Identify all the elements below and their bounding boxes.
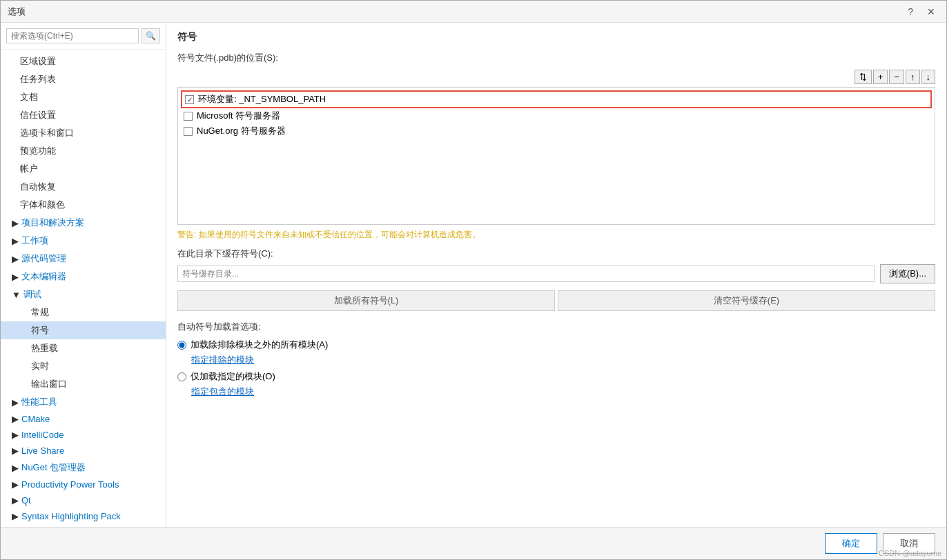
tree-label-tabwindow: 选项卡和窗口 [20,128,74,138]
tree-item-sourcectrl[interactable]: ▶源代码管理 [1,250,166,268]
options-dialog: 选项 ? ✕ 🔍 区域设置任务列表文档信任设置选项卡和窗口预览功能帐户自动恢复字… [0,0,947,560]
tree-area: 区域设置任务列表文档信任设置选项卡和窗口预览功能帐户自动恢复字体和颜色▶项目和解… [1,50,166,527]
tree-item-autorecover[interactable]: 自动恢复 [1,178,166,196]
radio-all[interactable] [177,341,186,350]
tree-item-texteditor[interactable]: ▶文本编辑器 [1,268,166,286]
tree-item-general[interactable]: 常规 [1,303,166,321]
browse-button[interactable]: 浏览(B)... [880,264,935,283]
tree-arrow-qt: ▶ [12,495,19,506]
tree-item-preview[interactable]: 预览功能 [1,142,166,160]
auto-load-title: 自动符号加载首选项: [177,321,935,333]
tree-item-symbol[interactable]: 符号 [1,321,166,339]
symbol-checkbox[interactable] [185,95,194,104]
tree-item-outputwin[interactable]: 输出窗口 [1,375,166,393]
symbol-entry-label: NuGet.org 符号服务器 [197,125,286,137]
tree-item-perftool[interactable]: ▶性能工具 [1,393,166,411]
tree-item-hotreload[interactable]: 热重载 [1,339,166,357]
cache-input[interactable] [177,266,875,282]
symbol-entry-label: Microsoft 符号服务器 [197,110,280,122]
tree-arrow-nuget: ▶ [12,463,19,473]
symbol-checkbox[interactable] [184,112,193,121]
move-up-button[interactable]: ↑ [906,70,920,84]
action-buttons: 加载所有符号(L) 清空符号缓存(E) [177,290,935,311]
symbol-checkbox[interactable] [184,127,193,136]
pdb-label: 符号文件(.pdb)的位置(S): [177,52,935,64]
tree-arrow-liveshare: ▶ [12,446,19,456]
bottom-bar: 确定 取消 [1,527,946,559]
search-button[interactable]: 🔍 [141,28,160,43]
symbol-entry[interactable]: NuGet.org 符号服务器 [181,123,932,139]
tree-label-syntax: Syntax Highlighting Pack [21,511,121,521]
section-title: 符号 [177,31,935,43]
tree-item-docs[interactable]: 文档 [1,88,166,106]
tree-label-productivity: Productivity Power Tools [21,479,119,490]
tree-arrow-work: ▶ [12,236,19,246]
symbol-list: 环境变量: _NT_SYMBOL_PATHMicrosoft 符号服务器NuGe… [177,87,935,225]
tree-item-liveshare[interactable]: ▶Live Share [1,443,166,459]
tree-label-intellicode: IntelliCode [21,430,64,440]
tree-arrow-syntax: ▶ [12,511,19,521]
tree-arrow-cmake: ▶ [12,414,19,424]
add-button[interactable]: + [873,70,888,84]
tree-item-nuget[interactable]: ▶NuGet 包管理器 [1,459,166,477]
tree-item-realtime[interactable]: 实时 [1,357,166,375]
symbol-entry-label: 环境变量: _NT_SYMBOL_PATH [198,93,326,106]
search-wrap: 🔍 [1,23,166,50]
tree-item-cmake[interactable]: ▶CMake [1,411,166,427]
tree-label-fontcolor: 字体和颜色 [20,199,65,210]
tree-item-region[interactable]: 区域设置 [1,52,166,70]
tree-label-projectsolution: 项目和解决方案 [21,217,84,229]
tree-label-sourcectrl: 源代码管理 [21,252,66,265]
radio-all-label: 加载除排除模块之外的所有模块(A) [191,339,328,351]
tree-label-outputwin: 输出窗口 [31,379,67,389]
tree-item-debug[interactable]: ▼调试 [1,286,166,303]
warning-text: 警告: 如果使用的符号文件来自未知或不受信任的位置，可能会对计算机造成危害。 [177,229,935,241]
tree-item-syntax[interactable]: ▶Syntax Highlighting Pack [1,508,166,524]
tree-item-work[interactable]: ▶工作项 [1,232,166,250]
tree-arrow-debug: ▼ [12,290,21,300]
tree-item-projectsolution[interactable]: ▶项目和解决方案 [1,214,166,232]
tree-item-fontcolor[interactable]: 字体和颜色 [1,196,166,214]
tree-label-perftool: 性能工具 [21,396,57,408]
include-link[interactable]: 指定包含的模块 [191,386,935,398]
tree-label-region: 区域设置 [20,56,56,66]
symbol-entry[interactable]: Microsoft 符号服务器 [181,108,932,123]
exclude-link[interactable]: 指定排除的模块 [191,354,935,366]
tree-label-autorecover: 自动恢复 [20,181,56,192]
tree-item-qt[interactable]: ▶Qt [1,492,166,508]
tree-label-texteditor: 文本编辑器 [21,270,66,283]
title-bar-controls: ? ✕ [904,5,939,19]
tree-item-intellicode[interactable]: ▶IntelliCode [1,427,166,443]
load-all-button[interactable]: 加载所有符号(L) [177,290,555,311]
tree-item-productivity[interactable]: ▶Productivity Power Tools [1,477,166,492]
help-button[interactable]: ? [904,5,917,19]
tree-item-trust[interactable]: 信任设置 [1,106,166,124]
watermark: CSDN-@adayume [879,549,941,557]
tree-label-realtime: 实时 [31,361,49,371]
auto-load-section: 自动符号加载首选项: 加载除排除模块之外的所有模块(A) 指定排除的模块 仅加载… [177,321,935,402]
title-bar: 选项 ? ✕ [1,1,946,23]
clear-cache-button[interactable]: 清空符号缓存(E) [558,290,935,311]
tree-arrow-sourcectrl: ▶ [12,254,19,264]
tree-label-tasklist: 任务列表 [20,74,56,84]
tree-item-account[interactable]: 帐户 [1,160,166,178]
symbol-entry[interactable]: 环境变量: _NT_SYMBOL_PATH [181,90,932,108]
symbol-toolbar: ⇅ + − ↑ ↓ [177,70,935,84]
tree-label-nuget: NuGet 包管理器 [21,461,86,474]
left-panel: 🔍 区域设置任务列表文档信任设置选项卡和窗口预览功能帐户自动恢复字体和颜色▶项目… [1,23,166,527]
cache-label: 在此目录下缓存符号(C): [177,248,935,260]
dialog-title: 选项 [8,6,26,18]
move-down-button[interactable]: ↓ [921,70,936,84]
tree-label-hotreload: 热重载 [31,343,58,353]
remove-button[interactable]: − [889,70,904,84]
tree-label-cmake: CMake [21,414,50,424]
confirm-button[interactable]: 确定 [825,533,877,554]
search-input[interactable] [6,28,139,43]
tree-label-docs: 文档 [20,92,38,102]
tree-item-tabwindow[interactable]: 选项卡和窗口 [1,124,166,142]
tree-item-tasklist[interactable]: 任务列表 [1,70,166,88]
radio-specified[interactable] [177,372,186,381]
cache-row: 浏览(B)... [177,264,935,283]
close-button[interactable]: ✕ [923,5,939,19]
sort-button[interactable]: ⇅ [855,70,872,84]
